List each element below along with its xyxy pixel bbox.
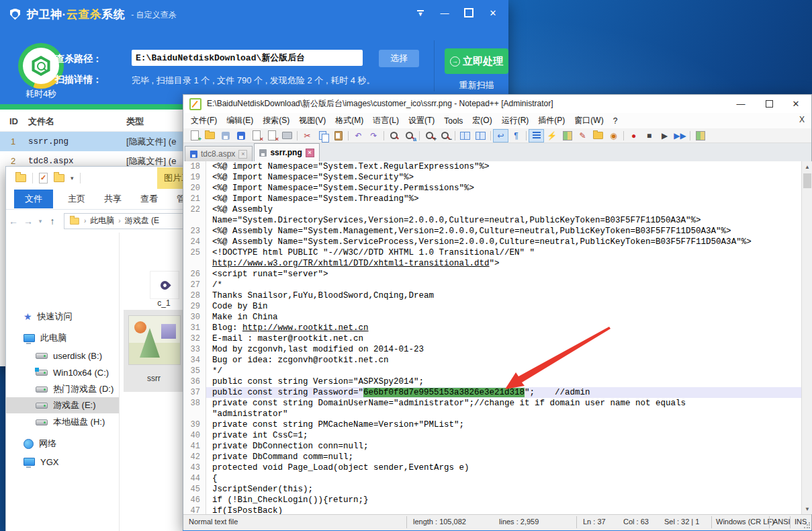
scroll-down-icon[interactable]: ▼ xyxy=(802,503,812,514)
zoom-out-icon[interactable]: − xyxy=(437,129,453,142)
resize-grip[interactable] xyxy=(803,522,810,529)
menu-item[interactable]: 编辑(E) xyxy=(222,113,258,128)
up-icon[interactable]: ↑ xyxy=(45,216,60,227)
word-wrap-icon[interactable]: ↩ xyxy=(493,129,508,142)
undo-icon[interactable]: ↶ xyxy=(351,129,366,142)
replace-icon[interactable]: a xyxy=(402,129,417,142)
minimize-icon[interactable]: — xyxy=(439,7,451,19)
process-now-button[interactable]: →立即处理 xyxy=(445,48,508,74)
cut-icon[interactable]: ✂ xyxy=(300,129,315,142)
close-icon[interactable]: ✕ xyxy=(786,95,806,112)
ribbon-tab-3[interactable]: 共享 xyxy=(95,190,131,208)
sidebar-item[interactable]: 网络 xyxy=(6,436,119,452)
scrollbar-thumb[interactable] xyxy=(803,173,811,188)
sidebar-item[interactable]: 此电脑 xyxy=(6,330,119,346)
menu-item[interactable]: Tools xyxy=(439,114,467,128)
sidebar-item[interactable]: ★快速访问 xyxy=(6,309,119,325)
ribbon-tab-1[interactable]: 文件 xyxy=(14,190,53,208)
minimize-icon[interactable]: — xyxy=(731,95,751,112)
sidebar-item[interactable]: 本地磁盘 (H:) xyxy=(6,414,119,430)
menu-item[interactable]: 文件(F) xyxy=(186,113,222,128)
file-item-c1[interactable] xyxy=(150,271,179,299)
zoom-in-icon[interactable]: + xyxy=(422,129,437,142)
sidebar-item[interactable]: userdisk (B:) xyxy=(6,348,119,364)
document-map-icon[interactable] xyxy=(559,129,575,142)
code-editor[interactable]: 18<%@ import Namespace="System.Text.Regu… xyxy=(183,161,801,514)
find-icon[interactable] xyxy=(386,129,402,142)
line-number: 30 xyxy=(183,312,206,323)
close-all-documents-icon[interactable]: × xyxy=(264,129,279,142)
save-icon[interactable] xyxy=(218,129,233,142)
define-language-icon[interactable]: ⚡ xyxy=(544,129,559,142)
vertical-scrollbar[interactable]: ▲ ▼ xyxy=(801,161,812,514)
sidebar-item[interactable]: 热门游戏盘 (D:) xyxy=(6,381,119,397)
print-icon[interactable] xyxy=(279,129,295,142)
status-lines: lines : 2,959 xyxy=(499,518,539,526)
new-folder-icon[interactable] xyxy=(54,174,64,182)
maximize-icon[interactable] xyxy=(759,95,779,112)
run-macro-multiple-icon[interactable]: ▶▶ xyxy=(672,129,688,142)
toolbar-separator xyxy=(490,131,491,140)
menu-item[interactable]: 窗口(W) xyxy=(570,113,608,128)
function-list-icon[interactable]: ✎ xyxy=(575,129,590,142)
forward-icon[interactable]: → xyxy=(21,216,36,227)
ribbon-tab-4[interactable]: 查看 xyxy=(131,190,167,208)
folder-as-workspace-icon[interactable] xyxy=(590,129,606,142)
sidebar-item[interactable]: YGX xyxy=(6,454,119,470)
ribbon-tab-2[interactable]: 主页 xyxy=(58,190,95,208)
menu-item[interactable]: 搜索(S) xyxy=(258,113,294,128)
menu-item[interactable]: 格式(M) xyxy=(330,113,368,128)
sidebar-item[interactable]: 游戏盘 (E:) xyxy=(6,397,119,413)
sync-vertical-scroll-icon[interactable] xyxy=(457,129,473,142)
stop-macro-icon[interactable]: ■ xyxy=(641,129,657,142)
sidebar-item-label: userdisk (B:) xyxy=(53,351,102,361)
paste-icon[interactable] xyxy=(330,129,346,142)
breadcrumb-item[interactable]: 此电脑 xyxy=(90,215,114,227)
menu-item[interactable]: ? xyxy=(608,114,623,128)
rescan-button[interactable]: 重新扫描 xyxy=(445,79,508,91)
back-icon[interactable]: ← xyxy=(6,216,21,227)
sidebar-item[interactable]: Win10x64 (C:) xyxy=(6,364,119,380)
menu-item[interactable]: 设置(T) xyxy=(404,113,439,128)
menu-item[interactable]: 运行(R) xyxy=(497,113,534,128)
menu-item[interactable]: 视图(V) xyxy=(294,113,330,128)
monitoring-eye-icon[interactable]: ◉ xyxy=(606,129,621,142)
save-macro-icon[interactable] xyxy=(692,129,708,142)
tab-close-icon[interactable]: × xyxy=(238,150,247,159)
document-tab[interactable]: tdc8.aspx× xyxy=(185,146,253,161)
menu-dropdown-icon[interactable]: ▼ xyxy=(414,7,426,19)
document-tab[interactable]: ssrr.png× xyxy=(254,143,319,161)
choose-path-button[interactable]: 选择 xyxy=(379,50,419,67)
code-line: 29Code by Bin xyxy=(183,301,801,312)
show-all-characters-icon[interactable]: ¶ xyxy=(508,129,524,142)
new-file-icon[interactable]: + xyxy=(187,129,202,142)
sync-horizontal-scroll-icon[interactable] xyxy=(473,129,488,142)
close-document-icon[interactable]: × xyxy=(249,129,264,142)
maximize-icon[interactable] xyxy=(463,7,475,19)
redo-icon[interactable]: ↷ xyxy=(366,129,381,142)
code-text: protected void Page_Load(object sender,E… xyxy=(206,462,801,473)
close-document-x-icon[interactable]: X xyxy=(799,115,805,124)
menu-item[interactable]: 宏(O) xyxy=(467,113,496,128)
customize-toolbar-chevron-icon[interactable]: ▾ xyxy=(71,175,74,181)
breadcrumb-item[interactable]: 游戏盘 (E xyxy=(125,215,159,227)
show-indent-guide-icon[interactable] xyxy=(529,129,544,142)
status-bar: Normal text file length : 105,082 lines … xyxy=(183,514,811,530)
play-macro-icon[interactable]: ▶ xyxy=(657,129,672,142)
close-icon[interactable]: ✕ xyxy=(487,7,499,19)
file-item-ssrr[interactable]: ssrr xyxy=(124,310,184,392)
save-all-icon[interactable] xyxy=(233,129,249,142)
scan-path-input[interactable] xyxy=(132,50,363,66)
tab-close-icon[interactable]: × xyxy=(306,149,314,157)
open-folder-icon[interactable] xyxy=(202,129,218,142)
scan-detail-text: 完毕 , 扫描目录 1 个 , 文件 790 个 , 发现危险 2 个 , 耗时… xyxy=(132,75,375,87)
copy-icon[interactable] xyxy=(315,129,330,142)
record-macro-icon[interactable]: ● xyxy=(626,129,641,142)
properties-check-icon[interactable] xyxy=(39,173,48,183)
menu-item[interactable]: 语言(L) xyxy=(368,113,404,128)
line-number: 20 xyxy=(183,183,206,194)
recent-locations-chevron-icon[interactable]: ▾ xyxy=(36,218,45,224)
menu-item[interactable]: 插件(P) xyxy=(533,113,570,128)
line-number: 40 xyxy=(183,430,206,441)
scroll-up-icon[interactable]: ▲ xyxy=(802,161,812,172)
